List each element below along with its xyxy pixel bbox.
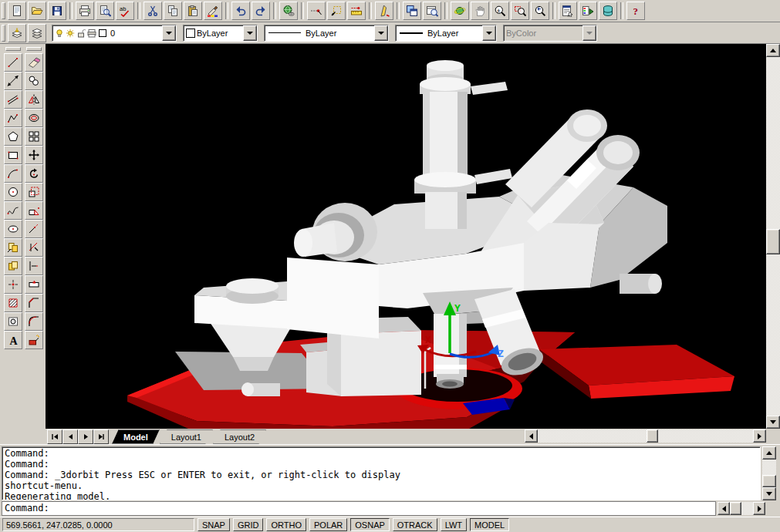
layers-button[interactable] (28, 24, 46, 42)
toolbar-grip[interactable] (2, 2, 5, 19)
trim-button[interactable] (25, 238, 43, 257)
multiline-button[interactable] (4, 90, 22, 109)
polyline-button[interactable] (4, 109, 22, 127)
insert-hyperlink-button[interactable] (279, 2, 298, 20)
tab-layout2[interactable]: Layout2 (213, 429, 266, 444)
make-layer-current-button[interactable] (8, 24, 26, 42)
toggle-model[interactable]: MODEL (470, 518, 509, 531)
spell-check-button[interactable]: ab (116, 2, 134, 20)
layer-combo[interactable]: 0 (52, 25, 177, 42)
drawing-viewport[interactable]: X Y Z (46, 44, 766, 429)
cut-button[interactable] (144, 2, 162, 20)
viewports-button[interactable] (403, 2, 421, 20)
chamfer-button[interactable] (25, 294, 43, 312)
toggle-snap[interactable]: SNAP (198, 518, 230, 531)
viewport-horizontal-scrollbar[interactable] (525, 429, 766, 443)
first-tab-button[interactable] (47, 429, 62, 444)
temporary-tracking-button[interactable] (307, 2, 326, 20)
command-history[interactable]: Command:Command:Command: _3dorbit Press … (2, 446, 761, 500)
match-properties-button[interactable] (204, 2, 222, 20)
make-block-button[interactable] (4, 257, 22, 275)
named-views-button[interactable] (423, 2, 441, 20)
extend-button[interactable] (25, 257, 43, 275)
copy-button[interactable] (164, 2, 182, 20)
3d-orbit-button[interactable] (451, 2, 469, 20)
scroll-up-button[interactable] (762, 446, 776, 460)
linetype-combo[interactable]: ByLayer (264, 25, 389, 42)
undo-button[interactable] (231, 2, 250, 20)
erase-button[interactable] (25, 53, 43, 72)
last-tab-button[interactable] (93, 429, 109, 444)
text-button[interactable]: A (4, 331, 22, 349)
zoom-realtime-button[interactable]: ± (491, 2, 509, 20)
hatch-button[interactable] (4, 294, 22, 312)
scroll-left-button[interactable] (718, 502, 730, 515)
fillet-button[interactable] (25, 312, 43, 331)
stretch-button[interactable] (25, 201, 43, 220)
construction-line-button[interactable] (4, 72, 22, 90)
mirror-button[interactable] (25, 90, 43, 109)
scroll-up-button[interactable] (766, 44, 780, 57)
ellipse-button[interactable] (4, 220, 22, 238)
command-vertical-scrollbar[interactable] (762, 446, 778, 500)
rectangle-button[interactable] (4, 146, 22, 164)
pan-realtime-button[interactable] (471, 2, 489, 20)
designcenter-button[interactable] (579, 2, 597, 20)
color-combo[interactable]: ByLayer (183, 25, 258, 42)
scroll-left-button[interactable] (525, 429, 538, 443)
toggle-osnap[interactable]: OSNAP (350, 518, 390, 531)
tab-layout1[interactable]: Layout1 (160, 429, 213, 444)
scroll-down-button[interactable] (762, 487, 776, 500)
toggle-lwt[interactable]: LWT (441, 518, 467, 531)
scrollbar-track[interactable] (538, 429, 753, 443)
scrollbar-thumb[interactable] (762, 475, 776, 487)
save-button[interactable] (48, 2, 66, 20)
help-button[interactable]: ? (626, 2, 645, 20)
lineweight-combo[interactable]: ByLayer (395, 25, 497, 42)
previous-tab-button[interactable] (62, 429, 78, 444)
point-button[interactable] (4, 275, 22, 294)
copy-object-button[interactable] (25, 72, 43, 90)
zoom-window-button[interactable] (511, 2, 529, 20)
command-horizontal-scrollbar[interactable] (718, 502, 765, 516)
paste-button[interactable] (184, 2, 202, 20)
properties-button[interactable] (559, 2, 577, 20)
scrollbar-thumb[interactable] (766, 229, 780, 254)
toggle-grid[interactable]: GRID (233, 518, 264, 531)
explode-button[interactable] (25, 331, 43, 349)
arc-button[interactable] (4, 164, 22, 183)
print-button[interactable] (76, 2, 94, 20)
new-button[interactable] (8, 2, 26, 20)
toolbar-grip[interactable] (5, 47, 21, 51)
print-preview-button[interactable] (96, 2, 114, 20)
next-tab-button[interactable] (78, 429, 93, 444)
region-button[interactable] (4, 312, 22, 331)
toolbar-grip[interactable] (26, 47, 42, 51)
zoom-previous-button[interactable] (531, 2, 549, 20)
line-button[interactable] (4, 53, 22, 72)
linetype-combo-dropdown-button[interactable] (374, 25, 388, 41)
toggle-polar[interactable]: POLAR (309, 518, 347, 531)
lineweight-combo-dropdown-button[interactable] (482, 25, 496, 41)
distance-button[interactable] (347, 2, 366, 20)
toolbar-grip[interactable] (2, 25, 5, 42)
rotate-button[interactable] (25, 164, 43, 183)
scroll-right-button[interactable] (753, 502, 765, 515)
break-button[interactable] (25, 275, 43, 294)
scrollbar-track[interactable] (741, 502, 753, 515)
polygon-button[interactable] (4, 127, 22, 146)
toggle-ortho[interactable]: ORTHO (266, 518, 306, 531)
insert-block-button[interactable] (4, 238, 22, 257)
offset-button[interactable] (25, 109, 43, 127)
dbconnect-button[interactable] (599, 2, 617, 20)
circle-button[interactable] (4, 183, 22, 201)
redo-button[interactable] (252, 2, 270, 20)
scroll-down-button[interactable] (766, 416, 780, 429)
layer-combo-dropdown-button[interactable] (162, 25, 176, 41)
open-button[interactable] (28, 2, 46, 20)
scrollbar-thumb[interactable] (647, 429, 658, 443)
toggle-otrack[interactable]: OTRACK (393, 518, 437, 531)
quick-select-button[interactable] (375, 2, 393, 20)
scroll-right-button[interactable] (753, 429, 766, 443)
scrollbar-thumb[interactable] (730, 502, 741, 515)
